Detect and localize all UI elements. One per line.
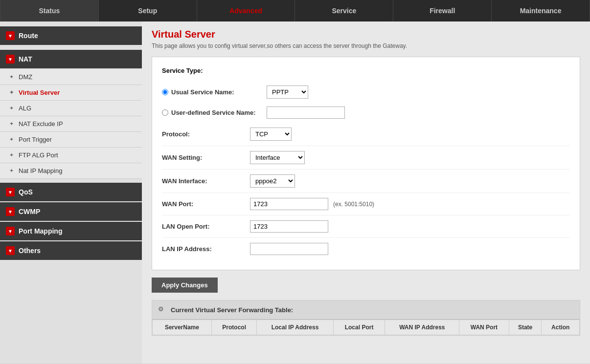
nav-firewall[interactable]: Firewall [393,0,492,21]
sidebar-group-nat[interactable]: ▼ NAT [0,50,142,68]
usual-service-control: PPTP HTTP FTP SMTP DNS SSH [267,86,308,99]
nav-status[interactable]: Status [0,0,99,21]
qos-expand-icon: ▼ [6,188,15,196]
wan-setting-select[interactable]: Interface IP Address [250,151,305,164]
forwarding-table-section: ⚙ Current Virtual Server Forwarding Tabl… [152,300,580,336]
wan-port-input[interactable] [250,198,328,210]
lan-open-port-input[interactable] [250,220,328,233]
wan-port-hint: (ex. 5001:5010) [333,201,374,208]
nav-service[interactable]: Service [295,0,393,21]
sidebar-group-others-label: Others [19,247,41,255]
others-expand-icon: ▼ [6,246,15,255]
col-servername: ServerName [153,320,212,335]
table-header-gear-icon: ⚙ [158,305,167,314]
page-title: Virtual Server [152,29,580,40]
ftp-alg-bullet-icon: ✦ [8,152,15,159]
col-local-port: Local Port [333,320,385,335]
usual-service-name-label: Usual Service Name: [171,88,267,96]
wan-port-label: WAN Port: [162,200,250,208]
lan-open-port-label: LAN Open Port: [162,223,250,230]
usual-service-row: Usual Service Name: PPTP HTTP FTP SMTP D… [162,82,570,103]
lan-ip-row: LAN IP Address: [162,238,570,260]
nav-maintenance[interactable]: Maintenance [492,0,590,21]
sidebar-group-nat-label: NAT [19,55,32,63]
sidebar-item-virtual-server[interactable]: ✦ Virtual Server [0,85,142,101]
sidebar-item-dmz[interactable]: ✦ DMZ [0,69,142,85]
wan-interface-row: WAN Interface: pppoe2 pppoe1 WAN [162,170,570,193]
sidebar-item-port-trigger[interactable]: ✦ Port Trigger [0,132,142,148]
user-defined-service-control [267,107,345,119]
sidebar-item-ftp-alg-port[interactable]: ✦ FTP ALG Port [0,148,142,163]
col-wan-ip: WAN IP Address [385,320,459,335]
sidebar-group-qos[interactable]: ▼ QoS [0,183,142,201]
virtual-server-form: Service Type: Usual Service Name: PPTP H… [152,57,580,270]
nav-setup[interactable]: Setup [99,0,197,21]
sidebar-group-others[interactable]: ▼ Others [0,241,142,260]
alg-bullet-icon: ✦ [8,105,15,112]
port-trigger-bullet-icon: ✦ [8,136,15,143]
sidebar-group-route-label: Route [19,32,38,40]
wan-interface-select[interactable]: pppoe2 pppoe1 WAN [250,174,295,188]
forwarding-table: ServerName Protocol Local IP Address Loc… [152,320,580,335]
user-defined-service-radio[interactable] [162,109,168,116]
nat-exclude-bullet-icon: ✦ [8,121,15,128]
wan-setting-label: WAN Setting: [162,154,250,161]
user-defined-service-input[interactable] [267,107,345,119]
content-area: Virtual Server This page allows you to c… [142,21,590,364]
table-header-title: Current Virtual Server Forwarding Table: [171,306,293,314]
user-defined-service-row: User-defined Service Name: [162,103,570,123]
sidebar-group-port-mapping[interactable]: ▼ Port Mapping [0,222,142,240]
protocol-label: Protocol: [162,130,250,138]
lan-ip-control [250,243,328,255]
sidebar-item-alg[interactable]: ✦ ALG [0,101,142,116]
col-state: State [509,320,542,335]
sidebar-group-cwmp[interactable]: ▼ CWMP [0,202,142,221]
usual-service-select[interactable]: PPTP HTTP FTP SMTP DNS SSH [267,86,308,99]
col-local-ip: Local IP Address [257,320,333,335]
wan-port-row: WAN Port: (ex. 5001:5010) [162,193,570,215]
nav-advanced[interactable]: Advanced [197,0,295,21]
protocol-select[interactable]: TCP UDP BOTH [250,128,292,141]
nat-ip-mapping-bullet-icon: ✦ [8,168,15,174]
sidebar-group-route[interactable]: ▼ Route [0,26,142,45]
wan-interface-label: WAN Interface: [162,177,250,185]
wan-port-control: (ex. 5001:5010) [250,198,374,210]
wan-interface-control: pppoe2 pppoe1 WAN [250,174,295,188]
apply-changes-button[interactable]: Apply Changes [152,278,218,293]
sidebar-group-port-mapping-label: Port Mapping [19,227,62,235]
lan-ip-input[interactable] [250,243,328,255]
col-protocol: Protocol [211,320,257,335]
route-expand-icon: ▼ [6,31,15,40]
cwmp-expand-icon: ▼ [6,207,15,216]
lan-open-port-control [250,220,328,233]
sidebar-group-qos-label: QoS [19,188,33,196]
sidebar-item-nat-ip-mapping[interactable]: ✦ Nat IP Mapping [0,163,142,179]
sidebar-group-cwmp-label: CWMP [19,208,40,215]
port-mapping-expand-icon: ▼ [6,227,15,236]
sidebar: ▼ Route ▼ NAT ✦ DMZ ✦ Virtual Server ✦ A… [0,21,142,364]
user-defined-service-label: User-defined Service Name: [171,109,267,116]
lan-ip-label: LAN IP Address: [162,245,250,253]
usual-service-radio[interactable] [162,89,168,95]
main-layout: ▼ Route ▼ NAT ✦ DMZ ✦ Virtual Server ✦ A… [0,21,590,364]
col-action: Action [542,320,580,335]
service-type-label: Service Type: [162,67,570,74]
table-header: ⚙ Current Virtual Server Forwarding Tabl… [152,300,580,320]
page-description: This page allows you to config virtual s… [152,43,580,49]
wan-setting-control: Interface IP Address [250,151,305,164]
protocol-row: Protocol: TCP UDP BOTH [162,123,570,146]
top-navigation: Status Setup Advanced Service Firewall M… [0,0,590,21]
virtual-server-bullet-icon: ✦ [8,89,15,96]
dmz-bullet-icon: ✦ [8,74,15,81]
sidebar-item-nat-exclude-ip[interactable]: ✦ NAT Exclude IP [0,116,142,132]
col-wan-port: WAN Port [459,320,509,335]
nat-expand-icon: ▼ [6,55,15,64]
lan-open-port-row: LAN Open Port: [162,215,570,238]
protocol-control: TCP UDP BOTH [250,128,292,141]
table-header-row: ServerName Protocol Local IP Address Loc… [153,320,580,335]
wan-setting-row: WAN Setting: Interface IP Address [162,146,570,170]
